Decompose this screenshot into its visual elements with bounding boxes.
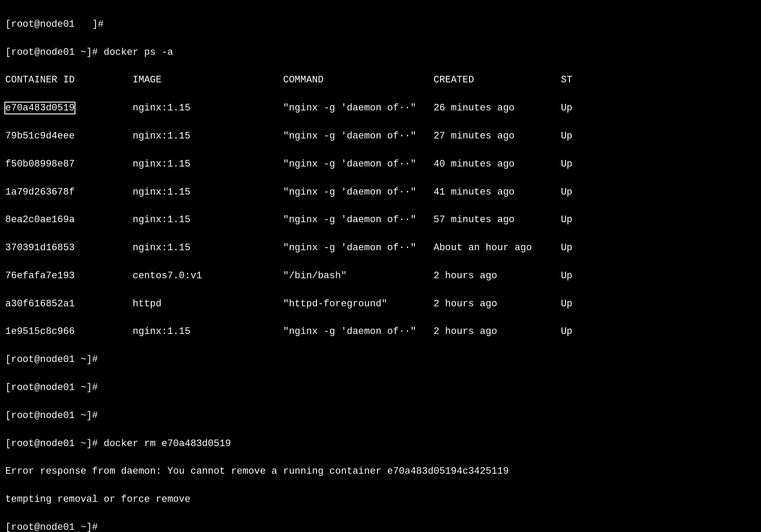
table-row-7: 76efafa7e193 centos7.0:v1 "/bin/bash" 2 … [5,270,573,281]
table-row-6: 370391d16853 nginx:1.15 "nginx -g 'daemo… [5,242,573,253]
table-row-9: 1e9515c8c966 nginx:1.15 "nginx -g 'daemo… [5,326,573,337]
error-line-2: tempting removal or force remove [5,494,190,505]
table-row-3: f50b08998e87 nginx:1.15 "nginx -g 'daemo… [5,159,573,170]
table-row-5: 8ea2c0ae169a nginx:1.15 "nginx -g 'daemo… [5,214,573,225]
terminal-window: [root@node01 ]# [root@node01 ~]# docker … [5,4,756,532]
table-row-2: 79b51c9d4eee nginx:1.15 "nginx -g 'daemo… [5,131,573,142]
docker-rm-command: [root@node01 ~]# docker rm e70a483d0519 [5,438,231,449]
table-row-4: 1a79d263678f nginx:1.15 "nginx -g 'daemo… [5,187,573,198]
table-header: CONTAINER ID IMAGE COMMAND CREATED ST [5,74,573,85]
prompt-blank-1: [root@node01 ~]# [5,354,98,365]
line-2: [root@node01 ~]# docker ps -a [5,47,173,58]
table-row-1: e70a483d0519 nginx:1.15 "nginx -g 'daemo… [5,103,573,113]
prompt-blank-2: [root@node01 ~]# [5,382,98,393]
prompt-blank-4: [root@node01 ~]# [5,522,98,532]
prompt-blank-3: [root@node01 ~]# [5,410,98,421]
error-line-1: Error response from daemon: You cannot r… [5,466,509,477]
line-1: [root@node01 ]# [5,19,103,30]
table-row-8: a30f616852a1 httpd "httpd-foreground" 2 … [5,298,573,309]
